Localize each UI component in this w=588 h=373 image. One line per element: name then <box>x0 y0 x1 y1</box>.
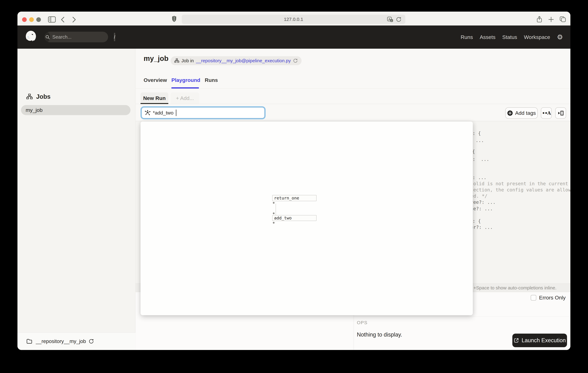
global-search[interactable]: / <box>45 32 108 42</box>
errors-only-label: Errors Only <box>539 295 566 301</box>
op-node-label: add_two <box>274 216 292 220</box>
svg-text:文: 文 <box>391 20 393 22</box>
play-panel-icon <box>557 110 564 116</box>
config-fragment: : { <box>472 130 481 136</box>
url-text: 127.0.0.1 <box>182 15 405 24</box>
op-graph-icon <box>145 110 151 116</box>
jobs-header: Jobs <box>26 93 51 100</box>
search-input[interactable] <box>50 34 114 40</box>
config-comment-fragment: solid is not present in the current <box>471 181 568 187</box>
session-tab-label: New Run <box>143 95 166 101</box>
op-selector-value: *add_two <box>153 110 173 116</box>
translate-icon[interactable]: A文 <box>387 17 393 22</box>
workflow-icon <box>26 93 33 100</box>
session-tab-add-label: + Add... <box>176 95 194 101</box>
page-title: my_job <box>144 54 168 63</box>
session-tabs-row: New Run + Add... <box>136 92 570 104</box>
minimize-window-button[interactable] <box>29 17 34 22</box>
tab-overview-icon[interactable] <box>559 16 566 22</box>
launch-icon <box>514 338 519 343</box>
active-tab-underline <box>171 87 199 88</box>
reload-icon[interactable] <box>396 17 402 22</box>
autocomplete-hint: +Space to show auto-completions inline. <box>473 284 556 292</box>
config-fragment: : ... <box>472 175 486 181</box>
repository-label: __repository__my_job <box>36 338 86 344</box>
config-fragment: ree?: ... <box>471 199 496 205</box>
zoom-window-button[interactable] <box>36 17 41 22</box>
sidebar-toggle-icon[interactable] <box>48 16 56 23</box>
expand-panel-button[interactable] <box>555 107 566 119</box>
config-fragment: er?: ... <box>471 224 493 230</box>
tab-overview[interactable]: Overview <box>144 77 167 83</box>
errors-only-toggle[interactable]: Errors Only <box>531 295 566 301</box>
screen: 127.0.0.1 A文 <box>0 0 588 373</box>
nav-workspace[interactable]: Workspace <box>524 34 550 40</box>
op-node-add-two[interactable]: add_two <box>272 215 316 221</box>
close-window-button[interactable] <box>22 17 27 22</box>
text-caret <box>176 110 176 116</box>
share-icon[interactable] <box>536 16 542 23</box>
config-fragment: : ... <box>472 156 489 162</box>
folder-icon <box>26 339 32 344</box>
address-bar[interactable]: 127.0.0.1 A文 <box>182 15 405 24</box>
page-tabs: Overview Playground Runs <box>136 77 570 88</box>
repository-reload-icon[interactable] <box>88 339 94 344</box>
op-node-label: return_one <box>274 196 299 200</box>
app-header: / Runs Assets Status Workspace ⚙ <box>17 25 570 49</box>
session-tab-new-run[interactable]: New Run <box>140 92 168 104</box>
tab-playground[interactable]: Playground <box>171 77 200 83</box>
config-fragment: ... <box>476 137 484 143</box>
dagster-logo[interactable] <box>25 31 37 44</box>
plus-circle-icon <box>507 110 513 116</box>
sidebar: Jobs my_job __repository__my_job <box>17 49 136 350</box>
autocomplete-config-button[interactable]: ••A <box>541 107 552 119</box>
forward-icon[interactable] <box>72 17 76 23</box>
launch-execution-button[interactable]: Launch Execution <box>512 334 567 347</box>
input-dot[interactable] <box>273 212 274 214</box>
op-node-return-one[interactable]: return_one <box>272 195 316 201</box>
ops-empty-message: Nothing to display. <box>357 331 402 338</box>
errors-only-checkbox[interactable] <box>531 295 536 301</box>
nav-assets[interactable]: Assets <box>480 34 495 40</box>
badge-prefix: Job in <box>181 58 194 63</box>
add-tags-button[interactable]: Add tags <box>505 107 538 119</box>
op-selector-focus-ring: *add_two <box>140 106 266 119</box>
graph-edge <box>276 204 276 215</box>
search-shortcut-badge: / <box>114 33 115 41</box>
output-dot[interactable] <box>273 202 274 204</box>
ops-section-title: OPS <box>357 320 368 325</box>
back-icon[interactable] <box>60 17 65 23</box>
job-origin-badge: Job in __repository__my_job@pipeline_exe… <box>171 56 302 65</box>
ops-section: OPS Nothing to display. Launch Execution <box>354 317 570 350</box>
session-tab-add[interactable]: + Add... <box>171 92 199 104</box>
config-comment-fragment: ed. */ <box>471 193 487 199</box>
nav-runs[interactable]: Runs <box>461 34 473 40</box>
badge-repository-link[interactable]: __repository__my_job@pipeline_execution.… <box>196 58 291 63</box>
add-tags-label: Add tags <box>515 110 536 116</box>
shield-icon[interactable] <box>172 15 177 22</box>
browser-window: 127.0.0.1 A文 <box>17 11 570 350</box>
new-tab-icon[interactable] <box>548 17 554 22</box>
settings-gear-icon[interactable]: ⚙ <box>557 34 563 41</box>
workflow-icon <box>174 58 179 63</box>
badge-reload-icon[interactable] <box>293 58 298 63</box>
op-selector-input[interactable]: *add_two <box>142 107 264 118</box>
tab-runs[interactable]: Runs <box>205 77 218 83</box>
autocomplete-icon: ••A <box>542 110 551 116</box>
config-comment-fragment: lection, the config values are allowed <box>471 187 570 193</box>
graph-preview-panel[interactable]: return_one add_two <box>140 121 473 315</box>
output-dot[interactable] <box>273 222 274 224</box>
config-fragment: : { <box>472 218 481 224</box>
launch-label: Launch Execution <box>522 337 566 344</box>
repository-row[interactable]: __repository__my_job <box>17 332 136 350</box>
browser-toolbar: 127.0.0.1 A文 <box>17 11 570 25</box>
top-nav: Runs Assets Status Workspace ⚙ <box>461 25 563 49</box>
jobs-title: Jobs <box>36 93 51 100</box>
search-icon <box>45 32 50 42</box>
job-item-label: my_job <box>26 107 43 113</box>
config-fragment: ne?: ... <box>471 206 493 212</box>
sidebar-item-my-job[interactable]: my_job <box>21 105 130 115</box>
nav-status[interactable]: Status <box>502 34 517 40</box>
